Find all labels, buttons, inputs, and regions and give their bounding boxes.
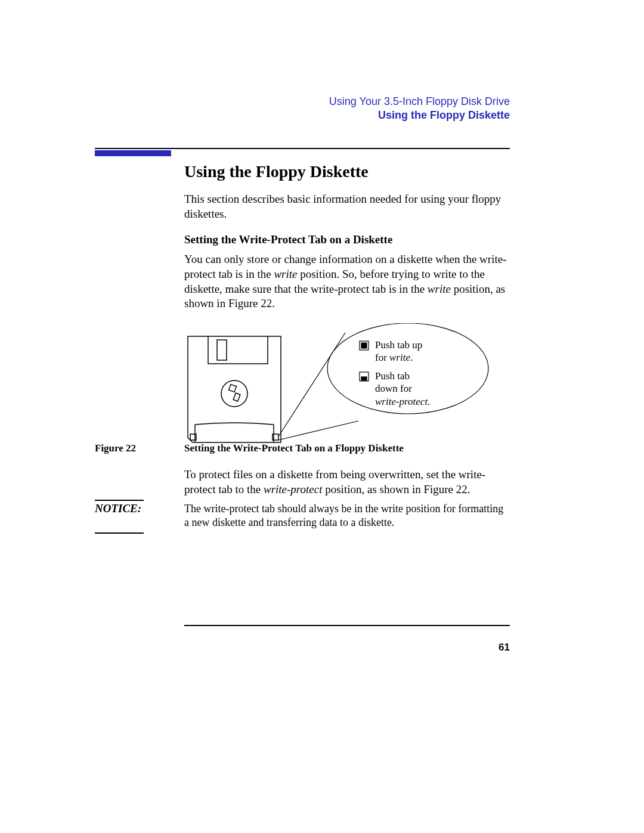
accent-bar	[95, 150, 171, 156]
para1-italic-write2: write	[428, 283, 451, 295]
chapter-title: Using Your 3.5-Inch Floppy Disk Drive	[329, 95, 510, 108]
intro-paragraph: This section describes basic information…	[184, 192, 510, 221]
bubble2-line2: down for	[375, 382, 430, 395]
bubble-write-label: Push tab up for write.	[375, 339, 422, 364]
figure-caption-label: Figure 22	[95, 442, 184, 454]
page-header: Using Your 3.5-Inch Floppy Disk Drive Us…	[329, 95, 510, 122]
svg-rect-10	[361, 343, 367, 348]
notice-text: The write-protect tab should always be i…	[184, 500, 510, 530]
figure-diskette: Push tab up for write. Push tab down for…	[184, 323, 510, 454]
subheading: Setting the Write-Protect Tab on a Diske…	[184, 233, 510, 246]
diskette-diagram-icon	[184, 323, 510, 454]
figure-caption-text: Setting the Write-Protect Tab on a Flopp…	[184, 442, 510, 454]
section-title: Using the Floppy Diskette	[329, 109, 510, 122]
figure-caption: Figure 22 Setting the Write-Protect Tab …	[95, 442, 510, 454]
notice-label: NOTICE:	[95, 500, 184, 530]
page: Using Your 3.5-Inch Floppy Disk Drive Us…	[0, 0, 644, 833]
bottom-rule	[184, 625, 510, 626]
heading-main: Using the Floppy Diskette	[184, 162, 510, 181]
bubble1-italic: write	[389, 352, 410, 363]
notice-block: NOTICE: The write-protect tab should alw…	[95, 500, 510, 530]
page-number: 61	[499, 642, 510, 654]
bubble1-line2a: for	[375, 352, 389, 363]
after-italic: write-protect	[264, 483, 323, 496]
paragraph-write-protect: You can only store or change information…	[184, 252, 510, 311]
top-rule	[95, 148, 510, 149]
bubble1-line2b: .	[410, 352, 413, 363]
bubble2-italic: write-protect.	[375, 395, 430, 408]
svg-rect-12	[361, 377, 367, 380]
svg-point-1	[221, 380, 247, 407]
bubble2-line1: Push tab	[375, 370, 430, 382]
para1-italic-write1: write	[274, 268, 297, 280]
svg-rect-2	[229, 385, 237, 392]
svg-line-7	[278, 421, 358, 440]
content: Using the Floppy Diskette This section d…	[184, 162, 510, 454]
paragraph-after-figure: To protect files on a diskette from bein…	[184, 467, 510, 497]
after-c: position, as shown in Figure 22.	[322, 483, 470, 496]
bubble-write-protect-label: Push tab down for write-protect.	[375, 370, 430, 408]
svg-rect-0	[217, 340, 227, 360]
bubble1-line1: Push tab up	[375, 339, 422, 351]
svg-rect-3	[233, 393, 240, 401]
